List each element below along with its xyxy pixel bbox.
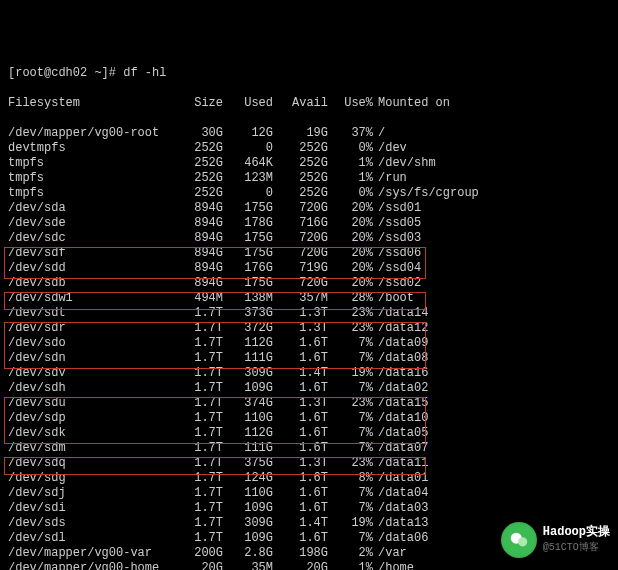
hdr-used: Used [223,96,273,111]
cell-usep: 20% [328,246,373,261]
cell-fs: /dev/sdg [8,471,183,486]
cell-avail: 1.6T [273,441,328,456]
cell-fs: /dev/sdk [8,426,183,441]
cell-usep: 0% [328,141,373,156]
cell-size: 1.7T [183,516,223,531]
cell-used: 111G [223,441,273,456]
cell-size: 252G [183,186,223,201]
df-row: /dev/sdu1.7T374G1.3T23%/data15 [8,396,610,411]
cell-fs: /dev/sda [8,201,183,216]
cell-avail: 1.6T [273,486,328,501]
df-row: tmpfs252G464K252G1%/dev/shm [8,156,610,171]
df-row: /dev/sdn1.7T111G1.6T7%/data08 [8,351,610,366]
df-row: /dev/mapper/vg00-root30G12G19G37%/ [8,126,610,141]
df-row: /dev/sdk1.7T112G1.6T7%/data05 [8,426,610,441]
cell-fs: /dev/sdp [8,411,183,426]
cell-fs: /dev/sdc [8,231,183,246]
df-row: /dev/sdc894G175G720G20%/ssd03 [8,231,610,246]
cell-mnt: /data12 [373,321,428,336]
cell-fs: /dev/sdm [8,441,183,456]
cell-avail: 20G [273,561,328,570]
cell-fs: tmpfs [8,186,183,201]
cell-avail: 198G [273,546,328,561]
watermark-subtitle: @51CTO博客 [543,540,610,555]
cell-avail: 1.6T [273,336,328,351]
wechat-icon [501,522,537,558]
cell-usep: 8% [328,471,373,486]
cell-used: 0 [223,141,273,156]
cell-usep: 7% [328,531,373,546]
df-row: /dev/sdh1.7T109G1.6T7%/data02 [8,381,610,396]
cell-fs: /dev/sdi [8,501,183,516]
cell-mnt: /data01 [373,471,428,486]
cell-usep: 7% [328,426,373,441]
cell-avail: 1.3T [273,321,328,336]
prompt-command: df -hl [123,66,166,80]
cell-mnt: /data13 [373,516,428,531]
cell-avail: 720G [273,276,328,291]
cell-mnt: /var [373,546,407,561]
cell-avail: 1.3T [273,306,328,321]
cell-usep: 7% [328,486,373,501]
cell-used: 124G [223,471,273,486]
cell-usep: 37% [328,126,373,141]
cell-mnt: /data16 [373,366,428,381]
cell-used: 373G [223,306,273,321]
cell-avail: 252G [273,171,328,186]
df-row: /dev/sdq1.7T375G1.3T23%/data11 [8,456,610,471]
cell-usep: 7% [328,501,373,516]
cell-used: 35M [223,561,273,570]
cell-fs: /dev/sdb [8,276,183,291]
cell-avail: 252G [273,186,328,201]
cell-mnt: /ssd02 [373,276,421,291]
cell-size: 1.7T [183,396,223,411]
df-output: /dev/mapper/vg00-root30G12G19G37%/devtmp… [8,126,610,570]
df-row: /dev/sdf894G175G720G20%/ssd06 [8,246,610,261]
df-row: /dev/sdi1.7T109G1.6T7%/data03 [8,501,610,516]
cell-used: 375G [223,456,273,471]
cell-size: 894G [183,231,223,246]
cell-fs: tmpfs [8,156,183,171]
cell-used: 0 [223,186,273,201]
cell-used: 109G [223,531,273,546]
watermark-title: Hadoop实操 [543,525,610,540]
cell-mnt: /data07 [373,441,428,456]
cell-avail: 1.6T [273,411,328,426]
cell-mnt: /ssd03 [373,231,421,246]
cell-size: 1.7T [183,471,223,486]
cell-size: 494M [183,291,223,306]
cell-size: 1.7T [183,501,223,516]
cell-mnt: /data05 [373,426,428,441]
cell-size: 1.7T [183,531,223,546]
cell-used: 309G [223,366,273,381]
cell-size: 1.7T [183,486,223,501]
cell-avail: 1.3T [273,396,328,411]
cell-used: 111G [223,351,273,366]
watermark: Hadoop实操 @51CTO博客 [501,522,610,558]
cell-size: 894G [183,201,223,216]
cell-fs: /dev/sdf [8,246,183,261]
cell-used: 372G [223,321,273,336]
cell-mnt: /data15 [373,396,428,411]
prompt-prefix: [root@cdh02 ~]# [8,66,123,80]
df-row: /dev/sdg1.7T124G1.6T8%/data01 [8,471,610,486]
cell-avail: 720G [273,246,328,261]
cell-mnt: /data04 [373,486,428,501]
cell-fs: /dev/sdh [8,381,183,396]
df-row: /dev/mapper/vg00-home20G35M20G1%/home [8,561,610,570]
cell-usep: 20% [328,231,373,246]
cell-used: 374G [223,396,273,411]
cell-used: 109G [223,501,273,516]
cell-used: 175G [223,231,273,246]
cell-size: 1.7T [183,336,223,351]
cell-mnt: /dev [373,141,407,156]
hdr-usep: Use% [328,96,373,111]
hdr-avail: Avail [273,96,328,111]
cell-fs: /dev/mapper/vg00-var [8,546,183,561]
cell-usep: 19% [328,366,373,381]
cell-usep: 1% [328,156,373,171]
df-row: /dev/sdp1.7T110G1.6T7%/data10 [8,411,610,426]
cell-fs: /dev/sde [8,216,183,231]
cell-used: 175G [223,276,273,291]
df-row: /dev/sde894G178G716G20%/ssd05 [8,216,610,231]
